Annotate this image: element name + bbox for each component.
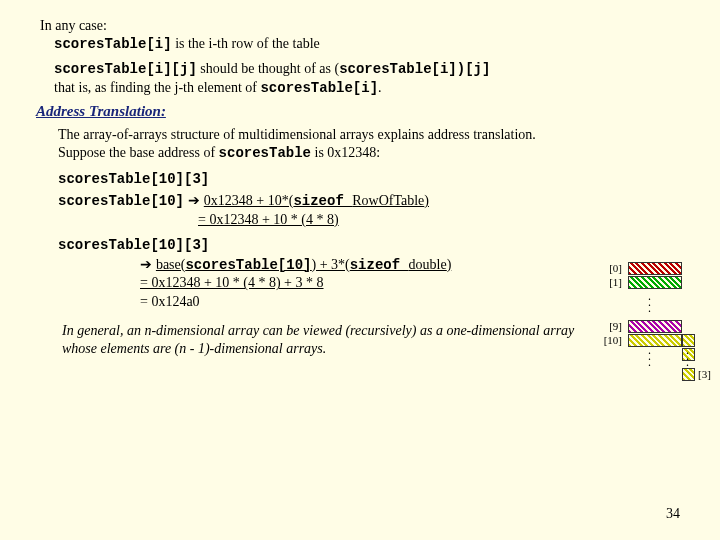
diag-row-1 — [628, 276, 682, 289]
vdots-icon: ··· — [686, 350, 689, 368]
calc1-rhs: 0x12348 + 10*(sizeof RowOfTable) — [204, 193, 429, 208]
diag-label-1: [1] — [598, 276, 622, 288]
explain2a: Suppose the base address of — [58, 145, 219, 160]
section-heading: Address Translation: — [36, 103, 688, 120]
vdots-icon: ··· — [648, 350, 651, 368]
vdots-icon: ··· — [648, 296, 651, 314]
calc1-line2: = 0x12348 + 10 * (4 * 8) — [58, 212, 339, 227]
array-diagram: [0] [1] ··· [9] [10] ··· ··· [3] — [598, 262, 698, 442]
page-number: 34 — [666, 506, 680, 522]
calc1-lhs: scoresTable[10] — [58, 193, 184, 209]
intro-text: In any case: — [40, 18, 688, 34]
explain2c: is 0x12348: — [311, 145, 380, 160]
diag-label-9: [9] — [598, 320, 622, 332]
diag-row-10 — [628, 334, 682, 347]
ij-paren: scoresTable[i])[j] — [339, 61, 490, 77]
calc2-row: ➔ base(scoresTable[10]) + 3*(sizeof doub… — [58, 257, 451, 272]
diag-label-0: [0] — [598, 262, 622, 274]
calc2-lhs: scoresTable[10][3] — [58, 237, 209, 253]
slide: In any case: scoresTable[i] is the i-th … — [0, 0, 720, 540]
diag-label-c3: [3] — [698, 368, 711, 380]
calc2: scoresTable[10][3] ➔ base(scoresTable[10… — [58, 236, 688, 313]
ij-block: scoresTable[i][j] should be thought of a… — [54, 60, 554, 97]
explain-block: The array-of-arrays structure of multidi… — [58, 126, 578, 162]
calc2-line3: = 0x124a0 — [58, 294, 200, 309]
arrow-icon: ➔ — [184, 192, 204, 208]
explain2b: scoresTable — [219, 145, 311, 161]
ij-mid: should be thought of as ( — [197, 61, 339, 76]
diag-row-9 — [628, 320, 682, 333]
general-note: In general, an n-dimensional array can b… — [62, 322, 582, 357]
calc2-line2: = 0x12348 + 10 * (4 * 8) + 3 * 8 — [58, 275, 324, 290]
target-expr-line: scoresTable[10][3] — [58, 170, 688, 189]
explain1: The array-of-arrays structure of multidi… — [58, 127, 536, 142]
row-expr: scoresTable[i] — [54, 36, 172, 52]
diag-label-10: [10] — [598, 334, 622, 346]
diag-row10-c3 — [682, 368, 695, 381]
row-text: is the i-th row of the table — [172, 36, 320, 51]
ij-tail-code: scoresTable[i] — [260, 80, 378, 96]
calc1: scoresTable[10] ➔ 0x12348 + 10*(sizeof R… — [58, 191, 688, 230]
ij-tail: that is, as finding the j-th element of — [54, 80, 260, 95]
diag-row-0 — [628, 262, 682, 275]
arrow-icon: ➔ — [140, 256, 156, 272]
ij-expr: scoresTable[i][j] — [54, 61, 197, 77]
row-line: scoresTable[i] is the i-th row of the ta… — [54, 36, 688, 52]
target-expr: scoresTable[10][3] — [58, 171, 209, 187]
